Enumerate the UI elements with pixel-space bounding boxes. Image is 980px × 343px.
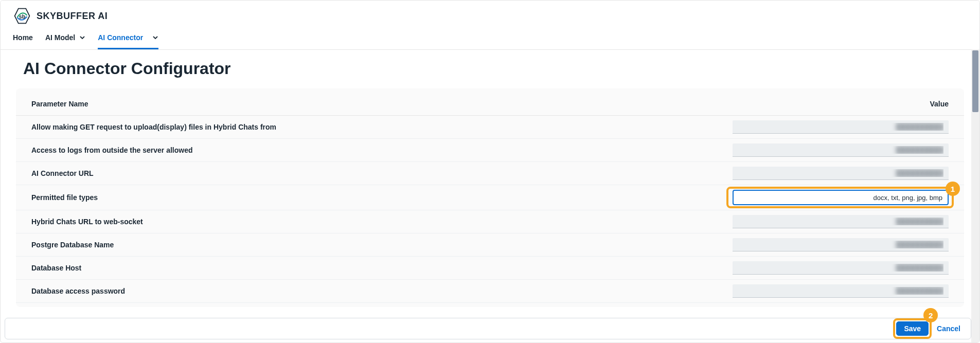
brand-logo-wrap: sb SKYBUFFER AI xyxy=(13,7,108,25)
vertical-scrollbar[interactable] xyxy=(971,49,979,342)
annotation-badge-2: 2 xyxy=(923,308,938,322)
parameter-name: Postgre Database Name xyxy=(31,241,722,249)
parameter-name: Allow making GET request to upload(displ… xyxy=(31,123,722,131)
nav-label: AI Connector xyxy=(98,33,143,42)
value-cell xyxy=(722,167,949,180)
svg-text:sb: sb xyxy=(19,13,26,20)
value-input[interactable] xyxy=(733,284,949,298)
scrollbar-thumb[interactable] xyxy=(972,50,978,112)
config-table: Parameter Name Value Allow making GET re… xyxy=(16,88,964,307)
cancel-button[interactable]: Cancel xyxy=(933,322,965,335)
table-row: Permitted file types1 xyxy=(16,185,964,210)
value-input[interactable] xyxy=(733,120,949,134)
parameter-name: Database access password xyxy=(31,287,722,295)
content-scroll-area[interactable]: AI Connector Configurator Parameter Name… xyxy=(1,50,979,343)
nav-item-home[interactable]: Home xyxy=(13,29,33,49)
save-button[interactable]: Save xyxy=(896,321,929,336)
value-cell: 1 xyxy=(722,190,949,205)
value-input[interactable] xyxy=(733,215,949,228)
table-row: Database Host xyxy=(16,257,964,280)
table-row: AI Connector URL xyxy=(16,162,964,185)
value-cell xyxy=(722,143,949,157)
column-header-value: Value xyxy=(722,100,949,108)
value-input[interactable] xyxy=(733,167,949,180)
page-title: AI Connector Configurator xyxy=(1,50,979,88)
value-cell xyxy=(722,215,949,228)
table-header-row: Parameter Name Value xyxy=(16,93,964,116)
value-cell xyxy=(722,284,949,298)
value-input[interactable] xyxy=(733,143,949,157)
value-input[interactable] xyxy=(733,238,949,251)
table-row: Database access password xyxy=(16,280,964,303)
brand-logo-icon: sb xyxy=(13,7,31,25)
nav-item-ai-model[interactable]: AI Model xyxy=(45,29,85,49)
table-row: Postgre Database Name xyxy=(16,233,964,257)
parameter-name: AI Connector URL xyxy=(31,169,722,177)
table-row: Access to logs from outside the server a… xyxy=(16,139,964,162)
annotation-badge-1: 1 xyxy=(946,182,960,196)
chevron-down-icon xyxy=(79,34,85,41)
nav-label: Home xyxy=(13,33,33,42)
value-cell xyxy=(722,120,949,134)
value-cell xyxy=(722,261,949,275)
primary-nav: Home AI Model AI Connector xyxy=(1,29,979,50)
parameter-name: Database Host xyxy=(31,264,722,272)
brand-name: SKYBUFFER AI xyxy=(37,11,108,22)
column-header-param: Parameter Name xyxy=(31,100,722,108)
value-cell xyxy=(722,238,949,251)
footer-action-bar: Save 2 Cancel xyxy=(5,318,971,339)
chevron-down-icon xyxy=(152,34,158,41)
nav-label: AI Model xyxy=(45,33,75,42)
config-panel: Parameter Name Value Allow making GET re… xyxy=(16,88,964,307)
table-row: Hybrid Chats URL to web-socket xyxy=(16,210,964,233)
value-input[interactable] xyxy=(733,261,949,275)
parameter-name: Permitted file types xyxy=(31,193,722,202)
value-input[interactable] xyxy=(733,190,949,205)
app-header: sb SKYBUFFER AI xyxy=(1,1,979,29)
parameter-name: Access to logs from outside the server a… xyxy=(31,146,722,154)
parameter-name: Hybrid Chats URL to web-socket xyxy=(31,218,722,226)
table-row: Allow making GET request to upload(displ… xyxy=(16,116,964,139)
nav-item-ai-connector[interactable]: AI Connector xyxy=(98,29,158,49)
